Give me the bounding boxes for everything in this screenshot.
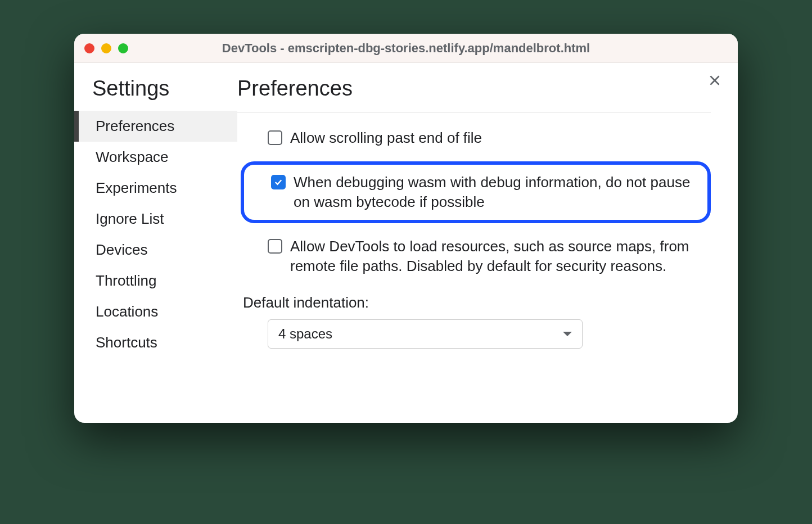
window-close-button[interactable] bbox=[84, 43, 94, 53]
sidebar-item-label: Throttling bbox=[96, 272, 156, 289]
sidebar-item-label: Experiments bbox=[96, 179, 177, 196]
window-minimize-button[interactable] bbox=[101, 43, 111, 53]
close-icon[interactable] bbox=[707, 73, 722, 90]
window-maximize-button[interactable] bbox=[118, 43, 128, 53]
indentation-label: Default indentation: bbox=[237, 294, 711, 311]
sidebar-item-label: Devices bbox=[96, 241, 147, 258]
devtools-settings-window: DevTools - emscripten-dbg-stories.netlif… bbox=[74, 34, 738, 423]
traffic-lights bbox=[84, 43, 128, 53]
checkbox-allow-remote-file-paths[interactable] bbox=[268, 239, 282, 254]
sidebar-item-label: Ignore List bbox=[96, 210, 164, 227]
pref-wasm-debug-no-pause: When debugging wasm with debug informati… bbox=[241, 161, 711, 223]
sidebar-item-label: Preferences bbox=[96, 118, 174, 134]
checkmark-icon bbox=[273, 177, 283, 187]
sidebar-item-devices[interactable]: Devices bbox=[74, 234, 237, 265]
pref-label: Allow DevTools to load resources, such a… bbox=[290, 237, 700, 276]
sidebar-item-label: Shortcuts bbox=[96, 334, 157, 351]
sidebar-item-preferences[interactable]: Preferences bbox=[74, 111, 237, 142]
preferences-panel: Preferences Allow scrolling past end of … bbox=[237, 63, 738, 423]
checkbox-allow-scroll-past-eof[interactable] bbox=[268, 130, 282, 145]
sidebar-heading: Settings bbox=[74, 76, 237, 111]
panel-heading: Preferences bbox=[237, 76, 711, 112]
pref-allow-scroll-past-eof: Allow scrolling past end of file bbox=[237, 128, 711, 148]
settings-content: Settings Preferences Workspace Experimen… bbox=[74, 63, 738, 423]
sidebar-item-workspace[interactable]: Workspace bbox=[74, 142, 237, 173]
pref-label: When debugging wasm with debug informati… bbox=[294, 173, 694, 212]
sidebar-item-experiments[interactable]: Experiments bbox=[74, 173, 237, 204]
pref-label: Allow scrolling past end of file bbox=[290, 128, 482, 148]
sidebar-item-shortcuts[interactable]: Shortcuts bbox=[74, 327, 237, 358]
select-value: 4 spaces bbox=[278, 326, 332, 342]
titlebar: DevTools - emscripten-dbg-stories.netlif… bbox=[74, 34, 738, 63]
sidebar-item-ignore-list[interactable]: Ignore List bbox=[74, 204, 237, 234]
sidebar-item-label: Locations bbox=[96, 303, 158, 320]
chevron-down-icon bbox=[563, 332, 572, 336]
checkbox-wasm-debug-no-pause[interactable] bbox=[271, 175, 286, 189]
sidebar-item-label: Workspace bbox=[96, 148, 169, 165]
settings-sidebar: Settings Preferences Workspace Experimen… bbox=[74, 63, 237, 423]
pref-allow-remote-file-paths: Allow DevTools to load resources, such a… bbox=[237, 237, 711, 276]
sidebar-item-throttling[interactable]: Throttling bbox=[74, 265, 237, 296]
sidebar-item-locations[interactable]: Locations bbox=[74, 296, 237, 327]
indentation-select[interactable]: 4 spaces bbox=[268, 319, 583, 349]
window-title: DevTools - emscripten-dbg-stories.netlif… bbox=[74, 41, 738, 56]
